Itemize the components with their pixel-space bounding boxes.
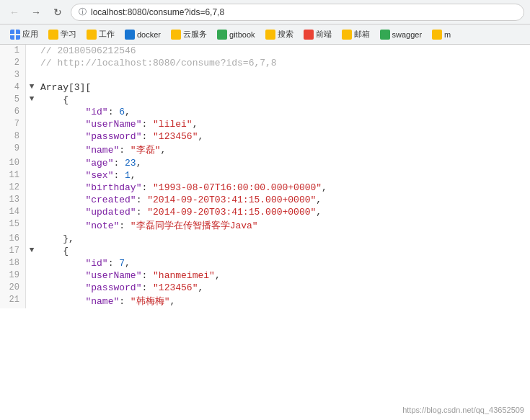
toggle-9: [26, 143, 37, 157]
toggle-6: [26, 106, 37, 118]
line-content-18: "id": 7,: [37, 257, 530, 269]
toggle-16: [26, 233, 37, 245]
line-10: 10 "age": 23,: [0, 157, 530, 169]
watermark: https://blog.csdn.net/qq_43652509: [402, 406, 524, 414]
toggle-15: [26, 218, 37, 233]
line-1: 1 // 20180506212546: [0, 45, 530, 57]
bookmark-study-label: 学习: [61, 29, 76, 40]
toggle-13: [26, 194, 37, 206]
line-content-16: },: [37, 233, 530, 245]
line-content-20: "password": "123456",: [37, 282, 530, 294]
line-5: 5 ▼ {: [0, 94, 530, 106]
line-15: 15 "note": "李磊同学在传智播客学Java": [0, 218, 530, 233]
line-16: 16 },: [0, 233, 530, 245]
bookmark-m[interactable]: m: [428, 28, 455, 41]
json-viewer: 1 // 20180506212546 2 // http://localhos…: [0, 45, 530, 308]
toggle-8: [26, 130, 37, 143]
toggle-17[interactable]: ▼: [26, 245, 37, 257]
line-num-19: 19: [0, 269, 26, 282]
line-num-18: 18: [0, 257, 26, 269]
line-content-17: {: [37, 245, 530, 257]
back-button[interactable]: ←: [6, 4, 23, 21]
bookmark-swagger[interactable]: swagger: [376, 28, 427, 41]
bookmark-apps-label: 应用: [22, 29, 38, 40]
line-num-2: 2: [0, 57, 26, 69]
toggle-20: [26, 282, 37, 294]
line-num-15: 15: [0, 218, 26, 233]
line-num-3: 3: [0, 69, 26, 81]
browser-window: ← → ↻ ⓘ localhost:8080/consume?ids=6,7,8…: [0, 0, 530, 397]
line-14: 14 "updated": "2014-09-20T03:41:15.000+0…: [0, 206, 530, 218]
bookmark-search-label: 搜索: [278, 29, 293, 40]
bookmarks-bar: 应用 学习 工作 docker 云服务 gitbook 搜索 前端: [0, 24, 530, 45]
line-content-15: "note": "李磊同学在传智播客学Java": [37, 218, 530, 233]
bookmark-work-label: 工作: [99, 29, 115, 40]
line-num-6: 6: [0, 106, 26, 118]
toggle-7: [26, 118, 37, 130]
line-content-5: {: [37, 94, 530, 106]
svg-rect-2: [10, 35, 14, 40]
line-num-11: 11: [0, 169, 26, 182]
line-content-14: "updated": "2014-09-20T03:41:15.000+0000…: [37, 206, 530, 218]
bookmark-gitbook[interactable]: gitbook: [213, 28, 259, 41]
bookmark-email[interactable]: 邮箱: [337, 27, 374, 41]
toggle-5[interactable]: ▼: [26, 94, 37, 106]
toggle-1: [26, 45, 37, 57]
toggle-4[interactable]: ▼: [26, 81, 37, 94]
line-content-19: "userName": "hanmeimei",: [37, 269, 530, 282]
address-bar[interactable]: ⓘ localhost:8080/consume?ids=6,7,8: [71, 4, 524, 21]
bookmark-search[interactable]: 搜索: [261, 27, 298, 41]
line-19: 19 "userName": "hanmeimei",: [0, 269, 530, 282]
bookmark-docker[interactable]: docker: [120, 28, 165, 41]
bookmark-gitbook-label: gitbook: [229, 30, 255, 39]
line-num-10: 10: [0, 157, 26, 169]
bookmark-cloud[interactable]: 云服务: [167, 27, 211, 41]
line-13: 13 "created": "2014-09-20T03:41:15.000+0…: [0, 194, 530, 206]
toggle-11: [26, 169, 37, 182]
line-6: 6 "id": 6,: [0, 106, 530, 118]
line-num-20: 20: [0, 282, 26, 294]
line-num-7: 7: [0, 118, 26, 130]
line-num-13: 13: [0, 194, 26, 206]
forward-button[interactable]: →: [27, 4, 45, 21]
bookmark-swagger-label: swagger: [392, 30, 423, 39]
line-4: 4 ▼ Array[3][: [0, 81, 530, 94]
toggle-18: [26, 257, 37, 269]
toggle-2: [26, 57, 37, 69]
line-content-1: // 20180506212546: [37, 45, 530, 57]
toggle-12: [26, 182, 37, 194]
line-content-7: "userName": "lilei",: [37, 118, 530, 130]
line-num-5: 5: [0, 94, 26, 106]
bookmark-docker-label: docker: [137, 30, 161, 39]
reload-button[interactable]: ↻: [49, 4, 66, 21]
line-content-12: "birthday": "1993-08-07T16:00:00.000+000…: [37, 182, 530, 194]
line-20: 20 "password": "123456",: [0, 282, 530, 294]
bookmark-frontend-label: 前端: [316, 29, 332, 40]
line-num-21: 21: [0, 294, 26, 308]
line-content-4: Array[3][: [37, 81, 530, 94]
bookmark-cloud-label: 云服务: [183, 29, 207, 40]
toggle-3: [26, 69, 37, 81]
line-3: 3: [0, 69, 530, 81]
line-9: 9 "name": "李磊",: [0, 143, 530, 157]
line-content-13: "created": "2014-09-20T03:41:15.000+0000…: [37, 194, 530, 206]
line-12: 12 "birthday": "1993-08-07T16:00:00.000+…: [0, 182, 530, 194]
bookmark-m-label: m: [444, 30, 451, 39]
line-content-8: "password": "123456",: [37, 130, 530, 143]
bookmark-work[interactable]: 工作: [82, 27, 119, 41]
line-num-14: 14: [0, 206, 26, 218]
bookmark-study[interactable]: 学习: [44, 27, 81, 41]
toggle-19: [26, 269, 37, 282]
svg-rect-1: [16, 30, 20, 34]
line-21: 21 "name": "韩梅梅",: [0, 294, 530, 308]
line-num-12: 12: [0, 182, 26, 194]
toggle-10: [26, 157, 37, 169]
svg-rect-3: [16, 35, 20, 40]
url-text: localhost:8080/consume?ids=6,7,8: [91, 7, 224, 17]
line-num-1: 1: [0, 45, 26, 57]
line-18: 18 "id": 7,: [0, 257, 530, 269]
line-8: 8 "password": "123456",: [0, 130, 530, 143]
bookmark-apps[interactable]: 应用: [6, 27, 43, 41]
svg-rect-0: [10, 30, 14, 34]
bookmark-frontend[interactable]: 前端: [299, 27, 336, 41]
